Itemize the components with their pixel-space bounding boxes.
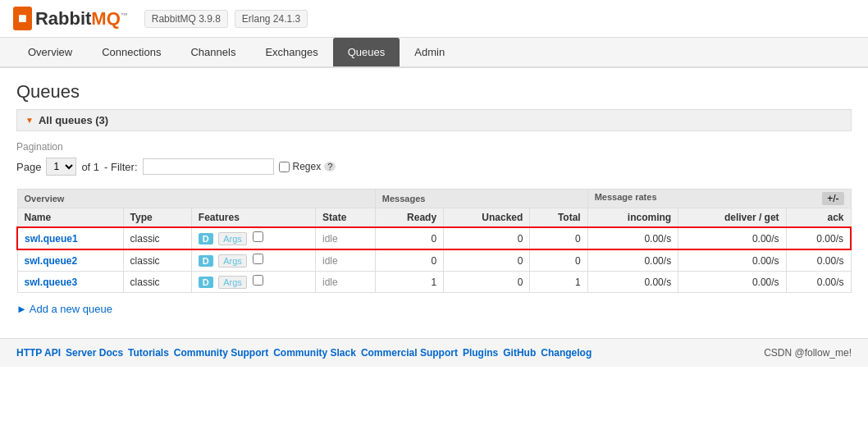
messages-header: Messages	[375, 190, 587, 208]
col-ready: Ready	[375, 208, 443, 228]
queue-type: classic	[123, 272, 191, 293]
add-queue-arrow: ►	[16, 303, 30, 315]
nav-channels[interactable]: Channels	[176, 38, 250, 66]
content: Queues ▼ All queues (3) Pagination Page …	[0, 68, 868, 338]
footer-credit: CSDN @follow_me!	[764, 347, 852, 359]
footer-http-api[interactable]: HTTP API	[16, 347, 61, 359]
section-title: All queues (3)	[39, 114, 108, 126]
nav-overview[interactable]: Overview	[13, 38, 87, 66]
queue-ack: 0.00/s	[786, 272, 851, 293]
queue-ready: 0	[375, 227, 443, 249]
col-incoming: incoming	[587, 208, 678, 228]
queue-name[interactable]: swl.queue3	[17, 272, 123, 293]
queue-ack: 0.00/s	[786, 249, 851, 272]
queue-select-checkbox[interactable]	[253, 231, 263, 242]
nav-connections[interactable]: Connections	[87, 38, 176, 66]
queue-features: D Args	[191, 227, 315, 249]
filter-input[interactable]	[143, 158, 274, 175]
queue-link[interactable]: swl.queue1	[25, 233, 78, 245]
queue-state: idle	[316, 272, 376, 293]
footer-github[interactable]: GitHub	[503, 347, 536, 359]
queue-link[interactable]: swl.queue2	[25, 255, 78, 267]
plus-minus-button[interactable]: +/-	[822, 192, 843, 205]
feature-args-button[interactable]: Args	[218, 232, 247, 245]
queue-unacked: 0	[444, 227, 530, 249]
footer-server-docs[interactable]: Server Docs	[66, 347, 123, 359]
col-name: Name	[17, 208, 123, 228]
queue-state: idle	[316, 227, 376, 249]
nav-exchanges[interactable]: Exchanges	[250, 38, 332, 66]
nav-admin[interactable]: Admin	[400, 38, 459, 66]
queue-select-checkbox[interactable]	[253, 275, 263, 286]
add-queue-link[interactable]: ► Add a new queue	[16, 303, 112, 315]
queue-type: classic	[123, 227, 191, 249]
table-row: swl.queue1 classic D Args idle 0 0 0 0.0…	[17, 227, 851, 249]
queue-deliver-get: 0.00/s	[678, 227, 786, 249]
footer: HTTP API Server Docs Tutorials Community…	[0, 338, 868, 367]
footer-plugins[interactable]: Plugins	[463, 347, 498, 359]
main-nav: Overview Connections Channels Exchanges …	[0, 38, 868, 68]
pagination-row: Page 1 of 1 - Filter: Regex ?	[16, 158, 852, 176]
page-select[interactable]: 1	[46, 158, 76, 176]
queue-ready: 1	[375, 272, 443, 293]
col-unacked: Unacked	[444, 208, 530, 228]
table-row: swl.queue2 classic D Args idle 0 0 0 0.0…	[17, 249, 851, 272]
message-rates-header: Message rates +/-	[587, 190, 851, 208]
feature-args-button[interactable]: Args	[218, 254, 247, 268]
of-label: of 1	[81, 161, 99, 173]
pagination-section: Pagination Page 1 of 1 - Filter: Regex ?	[16, 141, 852, 176]
queues-table: Overview Messages Message rates +/- Name…	[16, 189, 852, 293]
col-state: State	[316, 208, 376, 228]
filter-label: - Filter:	[104, 161, 137, 173]
nav-queues[interactable]: Queues	[333, 38, 400, 66]
rabbitmq-version: RabbitMQ 3.9.8	[144, 10, 228, 28]
queue-unacked: 0	[444, 249, 530, 272]
logo-rabbit: Rabbit	[35, 8, 91, 29]
feature-durable-icon: D	[199, 277, 213, 288]
add-queue-section: ► Add a new queue	[16, 303, 852, 315]
queue-state: idle	[316, 249, 376, 272]
queue-ready: 0	[375, 249, 443, 272]
footer-changelog[interactable]: Changelog	[541, 347, 592, 359]
queue-deliver-get: 0.00/s	[678, 272, 786, 293]
feature-durable-icon: D	[199, 255, 213, 267]
col-deliver-get: deliver / get	[678, 208, 786, 228]
header: ■ RabbitMQ™ RabbitMQ 3.9.8 Erlang 24.1.3	[0, 0, 868, 38]
col-features: Features	[191, 208, 315, 228]
logo: ■ RabbitMQ™	[13, 7, 128, 30]
col-ack: ack	[786, 208, 851, 228]
queue-deliver-get: 0.00/s	[678, 249, 786, 272]
feature-durable-icon: D	[199, 233, 213, 245]
queue-total: 1	[530, 272, 587, 293]
erlang-version: Erlang 24.1.3	[235, 10, 308, 28]
footer-commercial-support[interactable]: Commercial Support	[361, 347, 458, 359]
footer-community-slack[interactable]: Community Slack	[273, 347, 356, 359]
queue-type: classic	[123, 249, 191, 272]
queue-select-checkbox[interactable]	[253, 254, 263, 264]
regex-label: Regex ?	[279, 161, 336, 172]
queue-features: D Args	[191, 272, 315, 293]
footer-tutorials[interactable]: Tutorials	[128, 347, 169, 359]
queue-total: 0	[530, 227, 587, 249]
queue-total: 0	[530, 249, 587, 272]
all-queues-section-header[interactable]: ▼ All queues (3)	[16, 109, 852, 131]
queue-name[interactable]: swl.queue1	[17, 227, 123, 249]
logo-icon: ■	[13, 7, 32, 30]
feature-args-button[interactable]: Args	[218, 276, 247, 289]
logo-text: RabbitMQ™	[35, 8, 128, 30]
queue-unacked: 0	[444, 272, 530, 293]
regex-checkbox[interactable]	[279, 162, 290, 172]
help-icon[interactable]: ?	[324, 162, 336, 171]
queue-link[interactable]: swl.queue3	[25, 277, 78, 288]
queue-incoming: 0.00/s	[587, 272, 678, 293]
overview-header: Overview	[17, 190, 375, 208]
col-total: Total	[530, 208, 587, 228]
queue-incoming: 0.00/s	[587, 249, 678, 272]
queue-name[interactable]: swl.queue2	[17, 249, 123, 272]
queue-features: D Args	[191, 249, 315, 272]
queue-incoming: 0.00/s	[587, 227, 678, 249]
queue-ack: 0.00/s	[786, 227, 851, 249]
page-label: Page	[16, 161, 41, 173]
footer-community-support[interactable]: Community Support	[174, 347, 268, 359]
col-type: Type	[123, 208, 191, 228]
